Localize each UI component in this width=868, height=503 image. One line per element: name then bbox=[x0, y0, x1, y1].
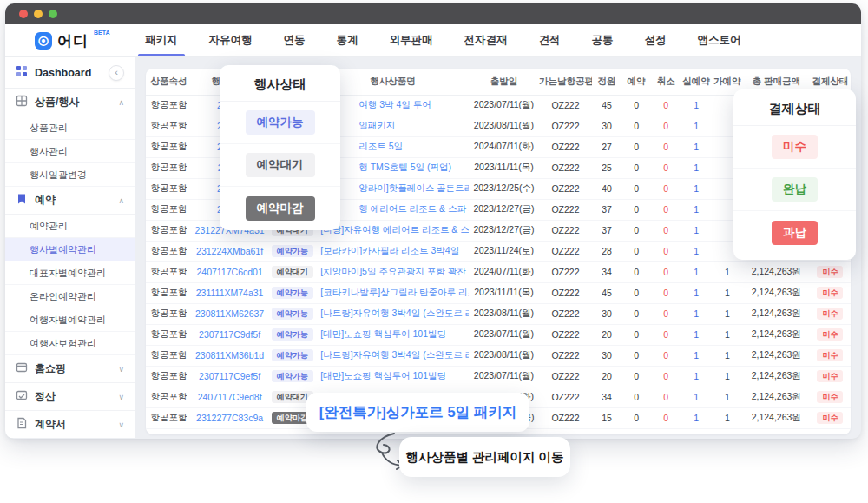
cell-product-attr: 항공포함 bbox=[146, 116, 192, 136]
cell-flight: OZ222 bbox=[539, 178, 592, 199]
cell-event-code[interactable]: 230811XM36b1d bbox=[192, 345, 268, 366]
tab-appstore[interactable]: 앱스토어 bbox=[682, 24, 757, 56]
brand-logo[interactable]: ⦿ 어디 BETA bbox=[35, 24, 110, 57]
cell-product-attr: 항공포함 bbox=[146, 345, 192, 366]
cell-cancelled: 0 bbox=[651, 387, 681, 407]
cell-event-code[interactable]: 2307117C9df5f bbox=[192, 324, 268, 345]
table-row: 항공포함230811XM36b1d예약가능[나트랑]자유여행 3박4일 (스완도… bbox=[146, 345, 851, 366]
cell-event-code[interactable]: 2407117C6cd01 bbox=[192, 261, 268, 282]
tab-package[interactable]: 패키지 bbox=[129, 24, 194, 56]
sidebar-item-leader-reservation[interactable]: 대표자별예약관리 bbox=[5, 261, 135, 285]
cell-event-code[interactable]: 2312277C83c9a bbox=[192, 407, 268, 428]
tab-settings[interactable]: 설정 bbox=[629, 24, 682, 56]
cell-product-attr: 항공포함 bbox=[146, 303, 192, 324]
cell-cancelled: 0 bbox=[651, 261, 681, 282]
cell-product-name[interactable]: [대만]노쇼핑 핵심투어 101빌딩 bbox=[317, 324, 469, 345]
sidebar-item-product-manage[interactable]: 상품관리 bbox=[5, 116, 135, 140]
minimize-window-button[interactable] bbox=[34, 10, 43, 18]
cell-reserved: 0 bbox=[621, 95, 651, 116]
cell-product-name[interactable]: [나트랑]자유여행 3박4일 (스완도르 리조트) bbox=[317, 303, 469, 324]
cell-tentative-reserved: 1 bbox=[712, 345, 743, 366]
sidebar-item-event-bulk-change[interactable]: 행사일괄변경 bbox=[5, 163, 135, 187]
beta-badge: BETA bbox=[94, 30, 110, 36]
cell-product-attr: 항공포함 bbox=[146, 282, 192, 303]
zoom-window-button[interactable] bbox=[49, 10, 57, 18]
sidebar-item-product-event[interactable]: 상품/행사∧ bbox=[5, 89, 135, 116]
cell-flight: OZ222 bbox=[539, 366, 592, 387]
sidebar-item-event-manage[interactable]: 행사관리 bbox=[5, 140, 135, 163]
cell-product-name[interactable]: [대만]노쇼핑 핵심투어 101빌딩 bbox=[317, 366, 469, 387]
cell-event-code[interactable]: 2407117C9ed8f bbox=[192, 387, 268, 407]
cell-reserved: 0 bbox=[621, 136, 651, 157]
cell-product-attr: 항공포함 bbox=[146, 387, 192, 407]
cell-event-status: 예약가능 bbox=[267, 345, 317, 366]
chevron-icon: ∨ bbox=[118, 365, 124, 374]
dashboard-icon bbox=[16, 65, 28, 81]
cell-actual-reserved: 1 bbox=[681, 324, 712, 345]
sidebar-item-label: 계약서 bbox=[35, 417, 111, 432]
cell-capacity: 45 bbox=[592, 95, 621, 116]
cell-product-attr: 항공포함 bbox=[146, 366, 192, 387]
close-window-button[interactable] bbox=[19, 10, 28, 18]
cell-tentative-reserved: 1 bbox=[712, 261, 743, 282]
cell-payment-status: 미수 bbox=[810, 303, 851, 324]
sidebar-item-traveler-insurance[interactable]: 여행자보험관리 bbox=[5, 332, 135, 355]
cell-capacity: 28 bbox=[592, 241, 621, 261]
cell-reserved: 0 bbox=[621, 345, 651, 366]
cell-cancelled: 0 bbox=[651, 95, 681, 116]
cell-product-name[interactable]: [보라카이]카사필라 리조트 3박4일 bbox=[317, 241, 469, 261]
cell-product-name[interactable]: [나트랑]자유여행 3박4일 (스완도르 리조트) bbox=[317, 345, 469, 366]
cell-capacity: 45 bbox=[592, 282, 621, 303]
event-status-popup-title: 행사상태 bbox=[220, 65, 340, 102]
sidebar-item-online-reservation[interactable]: 온라인예약관리 bbox=[5, 285, 135, 308]
tab-stats[interactable]: 통계 bbox=[321, 24, 374, 56]
event-status-closed-badge: 예약마감 bbox=[246, 196, 315, 221]
cell-actual-reserved: 1 bbox=[681, 220, 712, 241]
cell-total-sales: 2,124,263원 bbox=[743, 303, 810, 324]
column-header-0: 상품속성 bbox=[146, 69, 192, 95]
cell-payment-status: 미수 bbox=[810, 366, 851, 387]
cell-event-code[interactable]: 230811XM62637 bbox=[192, 303, 268, 324]
event-status-available-row: 예약가능 bbox=[220, 102, 340, 144]
sidebar-item-settlement[interactable]: 정산∨ bbox=[5, 383, 135, 411]
payment-status-badge-list: 미수완납과납 bbox=[733, 126, 856, 254]
sidebar-item-homeshopping[interactable]: 홈쇼핑∨ bbox=[5, 355, 135, 383]
sidebar-collapse-button[interactable]: ‹ bbox=[108, 65, 124, 81]
sidebar-item-reservation[interactable]: 예약∧ bbox=[5, 187, 135, 215]
cell-capacity: 25 bbox=[592, 157, 621, 178]
event-status-closed-row: 예약마감 bbox=[220, 187, 340, 229]
sidebar-item-label: 홈쇼핑 bbox=[35, 361, 111, 376]
cell-reserved: 0 bbox=[621, 303, 651, 324]
cell-event-status: 예약가능 bbox=[267, 366, 317, 387]
cell-cancelled: 0 bbox=[651, 199, 681, 220]
column-header-7: 예약 bbox=[621, 69, 651, 95]
cell-payment-status: 미수 bbox=[810, 261, 851, 282]
tab-fit[interactable]: 자유여행 bbox=[194, 24, 268, 56]
cell-product-name[interactable]: [코타키나발루]상그릴라 탄중아루 리조트 5일 bbox=[317, 282, 469, 303]
sidebar-item-traveler-reservation[interactable]: 여행자별예약관리 bbox=[5, 308, 135, 332]
tab-approval[interactable]: 전자결재 bbox=[449, 24, 523, 56]
products-icon bbox=[16, 95, 28, 110]
cell-cancelled: 0 bbox=[651, 324, 681, 345]
cell-event-code[interactable]: 231224XMba61f bbox=[192, 241, 268, 261]
cell-product-attr: 항공포함 bbox=[146, 407, 192, 428]
tab-link[interactable]: 연동 bbox=[268, 24, 321, 56]
tab-quote[interactable]: 견적 bbox=[523, 24, 576, 56]
cell-departure-date: 2023/08/11(월) bbox=[469, 303, 539, 324]
tab-common[interactable]: 공통 bbox=[576, 24, 629, 56]
table-row: 항공포함230811XM62637예약가능[나트랑]자유여행 3박4일 (스완도… bbox=[146, 303, 851, 324]
chevron-icon: ∨ bbox=[118, 420, 124, 429]
sidebar-item-contract[interactable]: 계약서∨ bbox=[5, 411, 135, 438]
highlighted-product-bubble: [완전특가]싱가포르 5일 패키지 bbox=[306, 393, 529, 432]
sidebar-item-reservation-manage[interactable]: 예약관리 bbox=[5, 215, 135, 238]
cell-cancelled: 0 bbox=[651, 303, 681, 324]
cell-flight: OZ222 bbox=[539, 324, 592, 345]
cell-event-code[interactable]: 231111XM74a31 bbox=[192, 282, 268, 303]
cell-event-code[interactable]: 2307117C9ef5f bbox=[192, 366, 268, 387]
sidebar-item-dashboard[interactable]: Dashboard‹ bbox=[5, 57, 135, 89]
cell-product-name[interactable]: [치앙마이]5일 주요관광지 포함 꽉찬 일정 패키지 bbox=[317, 261, 469, 282]
tab-external[interactable]: 외부판매 bbox=[374, 24, 449, 56]
sidebar-item-event-reservation[interactable]: 행사별예약관리 bbox=[5, 238, 135, 261]
cell-actual-reserved: 1 bbox=[681, 241, 712, 261]
cell-actual-reserved: 1 bbox=[681, 261, 712, 282]
